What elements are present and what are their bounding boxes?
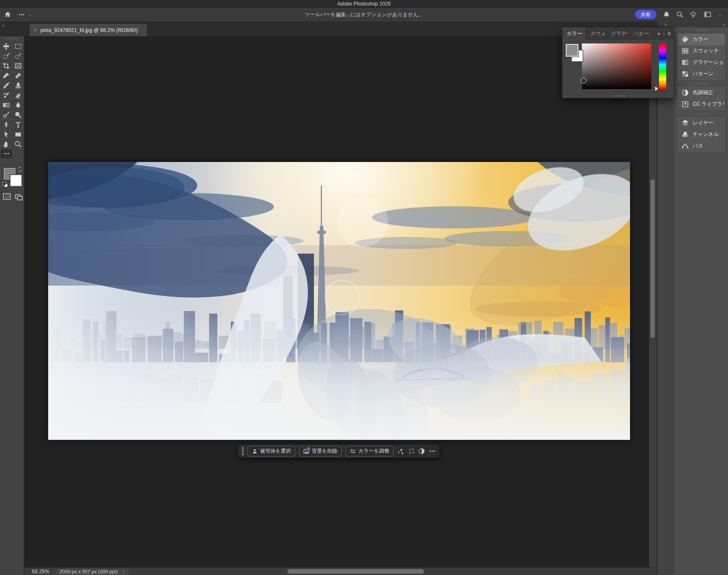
options-bar: ⌄ ツールバーを編集...にはオプションがありません。 共有 ⌄ (0, 8, 728, 22)
document-tab[interactable]: × pixta_92478021_M.jpg @ 68.2% (RGB/8#) (30, 24, 147, 36)
layers-icon (682, 119, 689, 127)
contextual-task-bar: 被写体を選択 背景を削除 カラーを調整 (238, 445, 440, 458)
palette-icon (682, 36, 689, 43)
workspace-icon[interactable] (703, 11, 712, 18)
tool-eraser[interactable] (12, 90, 24, 100)
tool-healing-brush[interactable] (12, 71, 24, 81)
channels-icon (682, 131, 689, 138)
tool-gradient[interactable] (0, 100, 12, 110)
tool-eyedropper[interactable] (0, 71, 12, 81)
title-bar: Adobe Photoshop 2025 (0, 0, 728, 8)
screen-mode-icon[interactable] (14, 192, 23, 201)
remove-background-button[interactable]: 背景を削除 (299, 446, 342, 457)
status-bar: 68.25% 2000 px x 957 px (300 ppi) › (24, 567, 656, 575)
document-image[interactable] (48, 162, 630, 440)
default-colors-icon[interactable] (2, 182, 8, 188)
tool-frame[interactable] (12, 61, 24, 71)
dock-item-patterns[interactable]: パターン (678, 68, 725, 80)
tool-rectangular-marquee[interactable] (12, 41, 24, 51)
tab-overflow-icon[interactable]: » (657, 31, 660, 37)
generative-sparkle-icon[interactable] (397, 448, 404, 455)
document-info[interactable]: 2000 px x 957 px (300 ppi) › (55, 569, 129, 575)
taskbar-drag-handle[interactable] (242, 447, 244, 455)
vertical-scrollbar-thumb[interactable] (650, 179, 655, 338)
home-icon[interactable] (4, 11, 11, 18)
options-bar-message: ツールバーを編集...にはオプションがありません。 (0, 11, 728, 18)
dock-item-color[interactable]: カラー (678, 34, 725, 45)
hue-slider-pointer[interactable] (655, 87, 658, 91)
tool-options-more-icon[interactable] (18, 12, 25, 18)
canvas-area[interactable]: 被写体を選択 背景を削除 カラーを調整 (24, 36, 649, 567)
lightbulb-icon[interactable] (690, 11, 697, 18)
separator (14, 10, 15, 19)
tool-shape-rectangle[interactable] (12, 130, 24, 139)
panel-foreground-swatch[interactable] (566, 44, 578, 57)
edit-toolbar-button[interactable] (1, 149, 12, 158)
tool-crop[interactable] (0, 61, 12, 71)
dock-group-divider (674, 111, 728, 116)
dock-collapse-icon[interactable]: « (723, 22, 725, 27)
search-icon[interactable] (676, 11, 683, 18)
tab-color[interactable]: カラー (562, 27, 586, 40)
tab-title: pixta_92478021_M.jpg @ 68.2% (RGB/8#) (40, 27, 138, 33)
paths-icon (682, 142, 689, 150)
bell-icon[interactable] (663, 11, 670, 18)
tab-patterns[interactable]: パターン (629, 27, 651, 40)
tool-blur[interactable] (12, 100, 24, 110)
dock-item-paths[interactable]: パス (678, 140, 725, 152)
share-button[interactable]: 共有 (635, 10, 656, 19)
color-selection-ring[interactable] (581, 78, 587, 84)
hue-slider[interactable] (659, 43, 666, 89)
dock-group-adjust: 色調補正 CC ライブラリ (677, 86, 725, 111)
tab-swatches[interactable]: スウォッチ (586, 27, 607, 40)
zoom-level[interactable]: 68.25% (24, 569, 49, 575)
tool-type[interactable] (12, 120, 24, 130)
dock-collapse-icon[interactable]: « (665, 22, 667, 27)
tool-dodge[interactable] (12, 110, 24, 120)
panel-dock: « カラー スウォッチ グラデーション パターン 色調補正 CC ライブラリ レ… (674, 21, 728, 575)
person-icon (252, 448, 258, 454)
tool-brush[interactable] (0, 81, 12, 90)
tool-move[interactable] (0, 41, 12, 51)
background-color-swatch[interactable] (10, 175, 22, 186)
panel-resize-dots[interactable] (611, 95, 625, 97)
dock-item-gradients[interactable]: グラデーション (678, 57, 725, 68)
panel-menu-icon[interactable]: ≡ (668, 31, 670, 37)
transform-distort-icon (408, 448, 414, 455)
dock-item-cc-libraries[interactable]: CC ライブラリ (678, 98, 725, 110)
vertical-scrollbar[interactable] (649, 36, 656, 567)
toolbar-drag-dots[interactable] (5, 38, 19, 39)
tool-quick-selection[interactable] (12, 51, 24, 61)
horizontal-scrollbar-thumb[interactable] (288, 569, 424, 574)
dock-item-layers[interactable]: レイヤー (678, 117, 725, 129)
tool-clone-stamp[interactable] (12, 81, 24, 90)
workspace-chevron-icon[interactable]: ⌄ (718, 12, 722, 17)
tab-gradients[interactable]: グラデーション (607, 27, 629, 40)
dock-item-channels[interactable]: チャンネル (678, 129, 725, 140)
swap-colors-icon[interactable] (17, 167, 23, 172)
tab-close-icon[interactable]: × (34, 27, 37, 33)
quick-mask-icon[interactable] (2, 192, 12, 201)
select-subject-button[interactable]: 被写体を選択 (247, 446, 295, 457)
tool-history-brush[interactable] (0, 90, 12, 100)
tool-zoom[interactable] (12, 139, 24, 149)
tool-selection-brush[interactable] (0, 51, 12, 61)
chevron-down-icon[interactable]: ⌄ (28, 12, 32, 17)
dock-drag-dots[interactable] (674, 27, 728, 33)
status-chevron-icon[interactable]: › (123, 569, 124, 574)
dock-item-adjustments[interactable]: 色調補正 (678, 87, 725, 98)
gradient-icon (682, 59, 689, 66)
dock-item-swatches[interactable]: スウォッチ (678, 45, 725, 57)
color-panel: カラー スウォッチ グラデーション パターン » | ≡ (562, 27, 674, 98)
taskbar-more-icon[interactable] (429, 448, 435, 455)
tool-pen[interactable] (0, 120, 12, 130)
saturation-brightness-field[interactable] (582, 43, 651, 89)
tool-hand[interactable] (0, 139, 12, 149)
tool-mixer-brush[interactable] (0, 110, 12, 120)
tool-path-select[interactable] (0, 130, 12, 139)
adjustments-icon (682, 89, 689, 96)
contrast-icon[interactable] (418, 448, 425, 455)
toolbar-collapse-icon[interactable]: « (2, 23, 4, 28)
adjust-colors-button[interactable]: カラーを調整 (345, 446, 394, 457)
dock-group-color: カラー スウォッチ グラデーション パターン (677, 33, 725, 81)
